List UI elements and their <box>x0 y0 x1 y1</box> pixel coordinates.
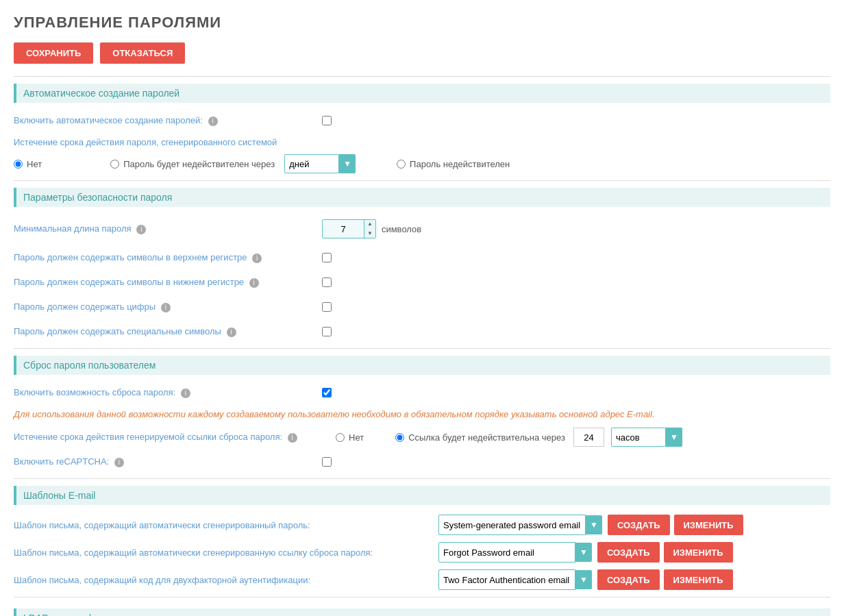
template3-select[interactable]: Two Factor Authentication email <box>438 569 575 590</box>
enable-reset-row: Включить возможность сброса пароля: i <box>14 384 830 401</box>
save-button[interactable]: СОХРАНИТЬ <box>14 42 93 64</box>
password-expiry-row: Нет Пароль будет недействителен через дн… <box>14 154 830 173</box>
cancel-button[interactable]: ОТКАЗАТЬСЯ <box>100 42 185 64</box>
template3-edit-btn[interactable]: ИЗМЕНИТЬ <box>664 569 733 590</box>
digits-checkbox[interactable] <box>322 302 332 312</box>
uppercase-checkbox[interactable] <box>322 253 332 262</box>
lowercase-row: Пароль должен содержать символы в нижнем… <box>14 274 830 291</box>
template2-row: Шаблон письма, содержащий автоматически … <box>14 542 830 563</box>
special-row: Пароль должен содержать специальные симв… <box>14 323 830 340</box>
special-control <box>322 327 332 336</box>
special-info-icon[interactable]: i <box>227 328 236 337</box>
template3-row: Шаблон письма, содержащий код для двухфа… <box>14 569 830 590</box>
link-expiry-info-icon[interactable]: i <box>288 433 297 443</box>
link-no-label: Нет <box>349 432 364 443</box>
expires-in-radio[interactable] <box>110 160 119 169</box>
divider-3 <box>14 348 830 349</box>
special-label: Пароль должен содержать специальные симв… <box>14 326 322 337</box>
special-checkbox[interactable] <box>322 327 332 336</box>
divider-1 <box>14 76 830 77</box>
digits-row: Пароль должен содержать цифры i <box>14 299 830 315</box>
divider-2 <box>14 180 830 181</box>
link-expires-option: Ссылка будет недействительна через 24 ча… <box>395 428 682 447</box>
auto-create-info-icon[interactable]: i <box>208 116 218 126</box>
section-auto-create: Автоматическое создание паролей <box>14 84 830 103</box>
template3-dropdown-btn[interactable]: ▼ <box>575 570 592 589</box>
digits-control <box>322 302 332 312</box>
days-select-wrap: дней ▼ <box>284 154 356 173</box>
template2-dropdown-btn[interactable]: ▼ <box>575 543 592 562</box>
enable-reset-info-icon[interactable]: i <box>181 389 190 398</box>
link-expiry-options: Нет Ссылка будет недействительна через 2… <box>336 428 682 447</box>
template1-edit-btn[interactable]: ИЗМЕНИТЬ <box>674 515 743 535</box>
hours-select[interactable]: часов <box>611 428 666 447</box>
uppercase-row: Пароль должен содержать символы в верхне… <box>14 249 830 266</box>
toolbar: СОХРАНИТЬ ОТКАЗАТЬСЯ <box>14 42 830 64</box>
template3-label: Шаблон письма, содержащий код для двухфа… <box>14 575 438 585</box>
spinner-buttons: ▲ ▼ <box>364 219 375 238</box>
recaptcha-control <box>322 457 332 467</box>
auto-create-label: Включить автоматическое создание паролей… <box>14 115 322 126</box>
page-container: УПРАВЛЕНИЕ ПАРОЛЯМИ СОХРАНИТЬ ОТКАЗАТЬСЯ… <box>0 0 844 616</box>
template1-create-btn[interactable]: СОЗДАТЬ <box>608 515 670 535</box>
lowercase-control <box>322 278 332 287</box>
hours-select-wrap: часов ▼ <box>611 428 682 447</box>
auto-create-row: Включить автоматическое создание паролей… <box>14 112 830 129</box>
uppercase-label: Пароль должен содержать символы в верхне… <box>14 252 322 263</box>
template3-create-btn[interactable]: СОЗДАТЬ <box>597 569 660 590</box>
spinner-up[interactable]: ▲ <box>364 219 375 229</box>
template3-select-wrap: Two Factor Authentication email ▼ <box>438 569 592 590</box>
template1-dropdown-btn[interactable]: ▼ <box>586 515 602 534</box>
expires-in-label: Пароль будет недействителен через <box>123 159 275 169</box>
uppercase-info-icon[interactable]: i <box>252 254 262 263</box>
never-expires-radio[interactable] <box>397 160 406 169</box>
lowercase-info-icon[interactable]: i <box>249 278 259 288</box>
min-length-spinner: 7 ▲ ▼ <box>322 219 376 238</box>
section-ldap: LDAP-аутентификация <box>14 608 830 616</box>
template2-label: Шаблон письма, содержащий автоматически … <box>14 547 438 558</box>
enable-reset-checkbox[interactable] <box>322 388 332 397</box>
template1-select[interactable]: System-generated password email <box>438 515 586 535</box>
recaptcha-row: Включить reCAPTCHA: i <box>14 454 830 470</box>
hours-input[interactable]: 24 <box>573 428 604 447</box>
expiry-section-label: Истечение срока действия пароля, сгенери… <box>14 137 830 147</box>
reset-info-text: Для использования данной возможности каж… <box>14 409 830 419</box>
auto-create-checkbox[interactable] <box>322 116 332 125</box>
template2-select[interactable]: Forgot Password email <box>438 542 575 563</box>
digits-info-icon[interactable]: i <box>161 303 171 312</box>
min-length-control: 7 ▲ ▼ символов <box>322 219 421 238</box>
divider-5 <box>14 597 830 597</box>
recaptcha-label: Включить reCAPTCHA: i <box>14 456 322 467</box>
lowercase-checkbox[interactable] <box>322 278 332 287</box>
auto-create-control <box>322 116 332 125</box>
link-no-expiry-radio[interactable] <box>336 433 345 442</box>
lowercase-label: Пароль должен содержать символы в нижнем… <box>14 277 322 288</box>
section-email-templates: Шаблоны E-mail <box>14 486 830 505</box>
link-expires-label: Ссылка будет недействительна через <box>408 432 565 443</box>
link-expiry-row: Истечение срока действия генерируемой сс… <box>14 428 830 447</box>
min-length-input[interactable]: 7 <box>323 220 364 238</box>
hours-dropdown-btn[interactable]: ▼ <box>666 428 682 447</box>
recaptcha-checkbox[interactable] <box>322 457 332 467</box>
template2-select-wrap: Forgot Password email ▼ <box>438 542 592 563</box>
no-expiry-radio[interactable] <box>14 160 23 169</box>
spinner-down[interactable]: ▼ <box>364 229 375 238</box>
template1-label: Шаблон письма, содержащий автоматически … <box>14 520 438 530</box>
recaptcha-info-icon[interactable]: i <box>114 458 124 467</box>
template2-edit-btn[interactable]: ИЗМЕНИТЬ <box>664 542 733 563</box>
template1-select-wrap: System-generated password email ▼ <box>438 515 602 535</box>
days-dropdown-btn[interactable]: ▼ <box>339 154 356 173</box>
link-expires-radio[interactable] <box>395 433 404 442</box>
expires-in-option: Пароль будет недействителен через дней ▼ <box>110 154 356 173</box>
link-no-expiry-option: Нет <box>336 432 364 443</box>
digits-label: Пароль должен содержать цифры i <box>14 301 322 312</box>
min-length-info-icon[interactable]: i <box>136 225 146 234</box>
template2-create-btn[interactable]: СОЗДАТЬ <box>597 542 660 563</box>
link-expiry-label: Истечение срока действия генерируемой сс… <box>14 432 322 443</box>
template1-row: Шаблон письма, содержащий автоматически … <box>14 515 830 535</box>
uppercase-control <box>322 253 332 262</box>
divider-4 <box>14 478 830 479</box>
min-length-row: Минимальная длина пароля i 7 ▲ ▼ символо… <box>14 217 830 241</box>
enable-reset-label: Включить возможность сброса пароля: i <box>14 387 322 398</box>
days-select[interactable]: дней <box>284 154 339 173</box>
